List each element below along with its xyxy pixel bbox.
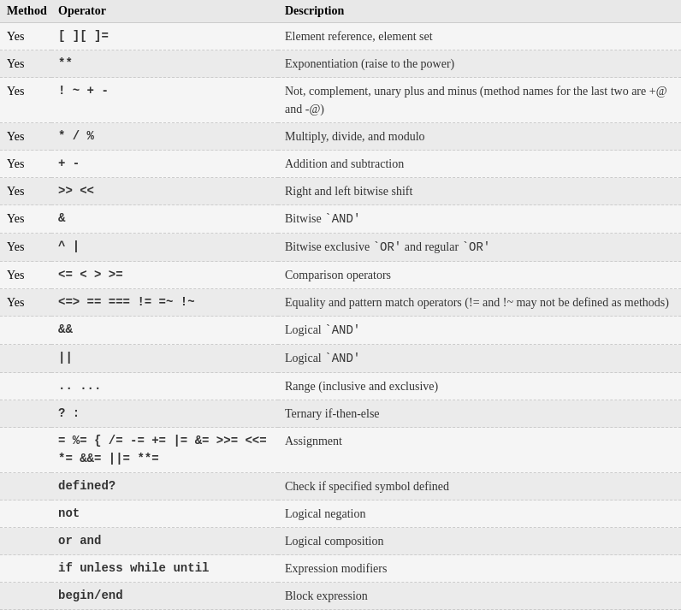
description-cell: Not, complement, unary plus and minus (m…	[278, 78, 681, 123]
operator-cell: ||	[51, 345, 278, 373]
operator-cell: ^ |	[51, 234, 278, 262]
method-cell: Yes	[0, 234, 51, 262]
table-row: Yes+ -Addition and subtraction	[0, 151, 681, 178]
method-cell: Yes	[0, 78, 51, 123]
operator-cell: ? :	[51, 400, 278, 428]
table-row: Yes! ~ + -Not, complement, unary plus an…	[0, 78, 681, 123]
method-cell	[0, 528, 51, 555]
description-cell: Range (inclusive and exclusive)	[278, 373, 681, 400]
table-row: ||Logical `AND'	[0, 345, 681, 373]
operator-cell: ! ~ + -	[51, 78, 278, 123]
method-cell	[0, 500, 51, 528]
operator-cell: &	[51, 205, 278, 234]
table-row: Yes[ ][ ]=Element reference, element set	[0, 23, 681, 50]
method-cell: Yes	[0, 151, 51, 178]
method-cell: Yes	[0, 205, 51, 234]
description-cell: Comparison operators	[278, 262, 681, 289]
description-header: Description	[278, 0, 681, 23]
operator-cell: defined?	[51, 473, 278, 500]
method-cell	[0, 345, 51, 373]
operator-cell: <= < > >=	[51, 262, 278, 289]
table-row: Yes**Exponentiation (raise to the power)	[0, 50, 681, 78]
operator-cell: = %= { /= -= += |= &= >>= <<= *= &&= ||=…	[51, 428, 278, 473]
description-cell: Logical composition	[278, 528, 681, 555]
method-header: Method	[0, 0, 51, 23]
description-cell: Logical `AND'	[278, 345, 681, 373]
description-cell: Block expression	[278, 583, 681, 610]
operator-header: Operator	[51, 0, 278, 23]
description-cell: Logical `AND'	[278, 317, 681, 345]
operators-table: Method Operator Description Yes[ ][ ]=El…	[0, 0, 681, 610]
operator-cell: not	[51, 500, 278, 528]
operator-cell: <=> == === != =~ !~	[51, 289, 278, 317]
table-row: &&Logical `AND'	[0, 317, 681, 345]
table-row: Yes^ |Bitwise exclusive `OR' and regular…	[0, 234, 681, 262]
method-cell: Yes	[0, 178, 51, 205]
method-cell	[0, 317, 51, 345]
header-row: Method Operator Description	[0, 0, 681, 23]
table-row: if unless while untilExpression modifier…	[0, 555, 681, 583]
table-row: notLogical negation	[0, 500, 681, 528]
table-row: defined?Check if specified symbol define…	[0, 473, 681, 500]
operator-cell: if unless while until	[51, 555, 278, 583]
method-cell: Yes	[0, 262, 51, 289]
table-row: = %= { /= -= += |= &= >>= <<= *= &&= ||=…	[0, 428, 681, 473]
table-row: or andLogical composition	[0, 528, 681, 555]
main-container: Method Operator Description Yes[ ][ ]=El…	[0, 0, 681, 610]
method-cell	[0, 473, 51, 500]
table-row: Yes<=> == === != =~ !~Equality and patte…	[0, 289, 681, 317]
operator-cell: **	[51, 50, 278, 78]
description-cell: Expression modifiers	[278, 555, 681, 583]
description-cell: Check if specified symbol defined	[278, 473, 681, 500]
method-cell: Yes	[0, 289, 51, 317]
table-row: ? :Ternary if-then-else	[0, 400, 681, 428]
method-cell: Yes	[0, 50, 51, 78]
operator-cell: .. ...	[51, 373, 278, 400]
operator-cell: &&	[51, 317, 278, 345]
description-cell: Bitwise exclusive `OR' and regular `OR'	[278, 234, 681, 262]
description-cell: Exponentiation (raise to the power)	[278, 50, 681, 78]
method-cell	[0, 555, 51, 583]
table-row: Yes&Bitwise `AND'	[0, 205, 681, 234]
operator-cell: * / %	[51, 123, 278, 151]
method-cell	[0, 428, 51, 473]
operator-cell: [ ][ ]=	[51, 23, 278, 50]
description-cell: Addition and subtraction	[278, 151, 681, 178]
operator-cell: begin/end	[51, 583, 278, 610]
table-row: Yes>> <<Right and left bitwise shift	[0, 178, 681, 205]
description-cell: Ternary if-then-else	[278, 400, 681, 428]
operator-cell: or and	[51, 528, 278, 555]
table-row: Yes<= < > >=Comparison operators	[0, 262, 681, 289]
table-row: .. ...Range (inclusive and exclusive)	[0, 373, 681, 400]
description-cell: Equality and pattern match operators (!=…	[278, 289, 681, 317]
method-cell: Yes	[0, 123, 51, 151]
description-cell: Logical negation	[278, 500, 681, 528]
method-cell: Yes	[0, 23, 51, 50]
method-cell	[0, 373, 51, 400]
description-cell: Multiply, divide, and modulo	[278, 123, 681, 151]
description-cell: Right and left bitwise shift	[278, 178, 681, 205]
description-cell: Assignment	[278, 428, 681, 473]
method-cell	[0, 583, 51, 610]
description-cell: Bitwise `AND'	[278, 205, 681, 234]
table-row: begin/endBlock expression	[0, 583, 681, 610]
table-row: Yes* / %Multiply, divide, and modulo	[0, 123, 681, 151]
operator-cell: >> <<	[51, 178, 278, 205]
method-cell	[0, 400, 51, 428]
description-cell: Element reference, element set	[278, 23, 681, 50]
operator-cell: + -	[51, 151, 278, 178]
